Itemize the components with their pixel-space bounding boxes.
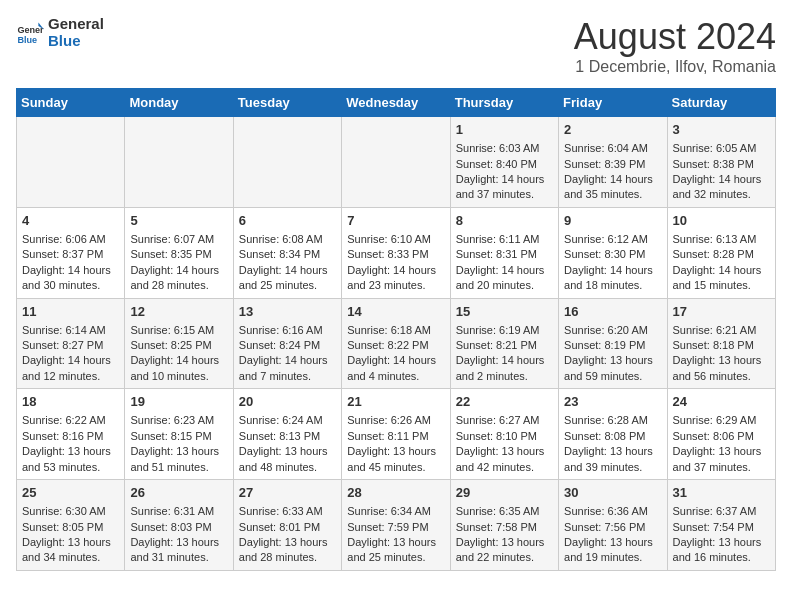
calendar-cell: 29Sunrise: 6:35 AMSunset: 7:58 PMDayligh… xyxy=(450,480,558,571)
sunrise-text: Sunrise: 6:29 AM xyxy=(673,414,757,426)
sunrise-text: Sunrise: 6:24 AM xyxy=(239,414,323,426)
sunset-text: Sunset: 8:30 PM xyxy=(564,248,645,260)
day-number: 3 xyxy=(673,121,770,139)
sunset-text: Sunset: 8:01 PM xyxy=(239,521,320,533)
day-number: 1 xyxy=(456,121,553,139)
sunset-text: Sunset: 8:10 PM xyxy=(456,430,537,442)
sunrise-text: Sunrise: 6:12 AM xyxy=(564,233,648,245)
calendar-table: SundayMondayTuesdayWednesdayThursdayFrid… xyxy=(16,88,776,571)
daylight-hours-label: Daylight: 13 hours and 25 minutes. xyxy=(347,536,436,563)
daylight-hours-label: Daylight: 13 hours and 59 minutes. xyxy=(564,354,653,381)
logo-general: General xyxy=(48,16,104,33)
daylight-hours-label: Daylight: 13 hours and 37 minutes. xyxy=(673,445,762,472)
sunrise-text: Sunrise: 6:13 AM xyxy=(673,233,757,245)
sunset-text: Sunset: 8:35 PM xyxy=(130,248,211,260)
day-number: 4 xyxy=(22,212,119,230)
day-number: 24 xyxy=(673,393,770,411)
calendar-header-row: SundayMondayTuesdayWednesdayThursdayFrid… xyxy=(17,89,776,117)
calendar-cell: 9Sunrise: 6:12 AMSunset: 8:30 PMDaylight… xyxy=(559,207,667,298)
calendar-cell: 31Sunrise: 6:37 AMSunset: 7:54 PMDayligh… xyxy=(667,480,775,571)
daylight-hours-label: Daylight: 14 hours and 12 minutes. xyxy=(22,354,111,381)
day-number: 26 xyxy=(130,484,227,502)
calendar-cell xyxy=(125,117,233,208)
sunrise-text: Sunrise: 6:08 AM xyxy=(239,233,323,245)
day-number: 22 xyxy=(456,393,553,411)
calendar-week-row: 11Sunrise: 6:14 AMSunset: 8:27 PMDayligh… xyxy=(17,298,776,389)
calendar-cell: 25Sunrise: 6:30 AMSunset: 8:05 PMDayligh… xyxy=(17,480,125,571)
sunrise-text: Sunrise: 6:31 AM xyxy=(130,505,214,517)
sunrise-text: Sunrise: 6:19 AM xyxy=(456,324,540,336)
calendar-cell: 10Sunrise: 6:13 AMSunset: 8:28 PMDayligh… xyxy=(667,207,775,298)
daylight-hours-label: Daylight: 14 hours and 7 minutes. xyxy=(239,354,328,381)
calendar-cell: 1Sunrise: 6:03 AMSunset: 8:40 PMDaylight… xyxy=(450,117,558,208)
calendar-cell: 3Sunrise: 6:05 AMSunset: 8:38 PMDaylight… xyxy=(667,117,775,208)
sunset-text: Sunset: 7:58 PM xyxy=(456,521,537,533)
day-of-week-header: Sunday xyxy=(17,89,125,117)
calendar-title: August 2024 xyxy=(574,16,776,58)
calendar-cell: 18Sunrise: 6:22 AMSunset: 8:16 PMDayligh… xyxy=(17,389,125,480)
calendar-cell: 28Sunrise: 6:34 AMSunset: 7:59 PMDayligh… xyxy=(342,480,450,571)
day-of-week-header: Saturday xyxy=(667,89,775,117)
day-number: 16 xyxy=(564,303,661,321)
calendar-cell: 11Sunrise: 6:14 AMSunset: 8:27 PMDayligh… xyxy=(17,298,125,389)
daylight-hours-label: Daylight: 13 hours and 22 minutes. xyxy=(456,536,545,563)
sunrise-text: Sunrise: 6:22 AM xyxy=(22,414,106,426)
sunset-text: Sunset: 8:37 PM xyxy=(22,248,103,260)
svg-text:Blue: Blue xyxy=(17,34,37,44)
daylight-hours-label: Daylight: 13 hours and 56 minutes. xyxy=(673,354,762,381)
sunset-text: Sunset: 8:13 PM xyxy=(239,430,320,442)
daylight-hours-label: Daylight: 14 hours and 4 minutes. xyxy=(347,354,436,381)
sunrise-text: Sunrise: 6:30 AM xyxy=(22,505,106,517)
day-number: 25 xyxy=(22,484,119,502)
calendar-cell: 21Sunrise: 6:26 AMSunset: 8:11 PMDayligh… xyxy=(342,389,450,480)
sunset-text: Sunset: 7:54 PM xyxy=(673,521,754,533)
sunset-text: Sunset: 8:22 PM xyxy=(347,339,428,351)
sunrise-text: Sunrise: 6:10 AM xyxy=(347,233,431,245)
sunrise-text: Sunrise: 6:15 AM xyxy=(130,324,214,336)
sunset-text: Sunset: 8:40 PM xyxy=(456,158,537,170)
daylight-hours-label: Daylight: 14 hours and 37 minutes. xyxy=(456,173,545,200)
daylight-hours-label: Daylight: 13 hours and 19 minutes. xyxy=(564,536,653,563)
sunrise-text: Sunrise: 6:06 AM xyxy=(22,233,106,245)
day-number: 6 xyxy=(239,212,336,230)
daylight-hours-label: Daylight: 14 hours and 32 minutes. xyxy=(673,173,762,200)
calendar-cell xyxy=(233,117,341,208)
day-number: 12 xyxy=(130,303,227,321)
sunset-text: Sunset: 8:18 PM xyxy=(673,339,754,351)
calendar-week-row: 18Sunrise: 6:22 AMSunset: 8:16 PMDayligh… xyxy=(17,389,776,480)
calendar-week-row: 25Sunrise: 6:30 AMSunset: 8:05 PMDayligh… xyxy=(17,480,776,571)
sunset-text: Sunset: 8:39 PM xyxy=(564,158,645,170)
sunrise-text: Sunrise: 6:23 AM xyxy=(130,414,214,426)
logo-blue: Blue xyxy=(48,33,104,50)
sunrise-text: Sunrise: 6:18 AM xyxy=(347,324,431,336)
calendar-cell: 19Sunrise: 6:23 AMSunset: 8:15 PMDayligh… xyxy=(125,389,233,480)
sunrise-text: Sunrise: 6:07 AM xyxy=(130,233,214,245)
sunset-text: Sunset: 8:25 PM xyxy=(130,339,211,351)
sunset-text: Sunset: 8:11 PM xyxy=(347,430,428,442)
daylight-hours-label: Daylight: 14 hours and 2 minutes. xyxy=(456,354,545,381)
sunrise-text: Sunrise: 6:05 AM xyxy=(673,142,757,154)
calendar-cell xyxy=(342,117,450,208)
sunset-text: Sunset: 8:38 PM xyxy=(673,158,754,170)
daylight-hours-label: Daylight: 13 hours and 34 minutes. xyxy=(22,536,111,563)
daylight-hours-label: Daylight: 13 hours and 28 minutes. xyxy=(239,536,328,563)
daylight-hours-label: Daylight: 14 hours and 18 minutes. xyxy=(564,264,653,291)
day-number: 7 xyxy=(347,212,444,230)
calendar-cell: 6Sunrise: 6:08 AMSunset: 8:34 PMDaylight… xyxy=(233,207,341,298)
daylight-hours-label: Daylight: 13 hours and 16 minutes. xyxy=(673,536,762,563)
sunrise-text: Sunrise: 6:35 AM xyxy=(456,505,540,517)
sunrise-text: Sunrise: 6:04 AM xyxy=(564,142,648,154)
sunset-text: Sunset: 8:16 PM xyxy=(22,430,103,442)
daylight-hours-label: Daylight: 13 hours and 31 minutes. xyxy=(130,536,219,563)
daylight-hours-label: Daylight: 14 hours and 35 minutes. xyxy=(564,173,653,200)
sunrise-text: Sunrise: 6:14 AM xyxy=(22,324,106,336)
sunset-text: Sunset: 8:33 PM xyxy=(347,248,428,260)
daylight-hours-label: Daylight: 13 hours and 51 minutes. xyxy=(130,445,219,472)
sunset-text: Sunset: 8:34 PM xyxy=(239,248,320,260)
sunrise-text: Sunrise: 6:33 AM xyxy=(239,505,323,517)
day-number: 27 xyxy=(239,484,336,502)
day-number: 14 xyxy=(347,303,444,321)
sunrise-text: Sunrise: 6:34 AM xyxy=(347,505,431,517)
sunset-text: Sunset: 7:59 PM xyxy=(347,521,428,533)
day-number: 9 xyxy=(564,212,661,230)
